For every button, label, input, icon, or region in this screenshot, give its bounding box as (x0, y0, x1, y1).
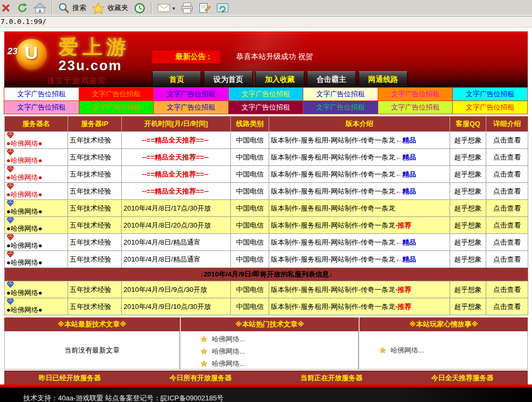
home-button[interactable] (31, 2, 49, 15)
article-link[interactable]: 哈佛网络... (379, 344, 424, 356)
version-cell: 版本制作-服务租用-网站制作-传奇一条龙 (269, 200, 450, 217)
browser-toolbar: 搜索 收藏夹 ▾ (0, 0, 532, 16)
server-ip-cell: 五年技术经验 (68, 166, 122, 183)
server-name-cell[interactable]: ●哈佛网络● (5, 217, 68, 234)
detail-link[interactable]: 点击查看 (486, 234, 528, 251)
server-name-cell[interactable]: ●哈佛网络● (5, 149, 68, 166)
server-ip-cell: 五年技术经验 (68, 217, 122, 234)
server-row: ●哈佛网络●五年技术经验2010年/4月/8日/精品通宵中国电信版本制作-服务租… (5, 234, 528, 251)
ad-slot[interactable]: 文字广告位招租 (378, 87, 453, 101)
stop-button[interactable] (0, 2, 14, 14)
server-name-cell[interactable]: ●哈佛网络● (5, 166, 68, 183)
server-name-cell[interactable]: ●哈佛网络● (5, 281, 68, 298)
detail-link[interactable]: 点击查看 (486, 200, 528, 217)
detail-link[interactable]: 点击查看 (486, 251, 528, 268)
section-body-hot: 哈佛网络...哈佛网络...哈佛网络... (180, 331, 359, 370)
service-qq-cell: 超乎想象 (450, 234, 486, 251)
edit-button[interactable] (196, 1, 214, 15)
server-row: ●哈佛网络●五年技术经验2010年/4月/8日/20点/30开放中国电信版本制作… (5, 217, 528, 234)
favorites-button[interactable]: 收藏夹 (89, 1, 131, 15)
address-bar[interactable]: 7.0.0.1:99/ (0, 16, 532, 28)
server-name-cell[interactable]: ●哈佛网络● (5, 234, 68, 251)
favorites-label: 收藏夹 (107, 3, 128, 13)
ad-slot[interactable]: 文字广告位招租 (228, 87, 304, 101)
line-type-cell: 中国电信 (231, 183, 269, 200)
line-type-cell: 中国电信 (231, 132, 269, 149)
favorites-icon (92, 2, 105, 14)
history-button[interactable] (131, 1, 148, 15)
ad-slot[interactable]: 文字广告位招租 (228, 100, 304, 114)
server-name-cell[interactable]: ●哈佛网络● (5, 183, 68, 200)
bottom-nav-item[interactable]: 今日全天推荐服务器 (397, 371, 528, 384)
bottom-nav-item[interactable]: 昨日已经开放服务器 (4, 371, 135, 384)
section-title-hot: ※本站热门技术文章※ (180, 317, 359, 331)
ad-slot[interactable]: 文字广告位招租 (4, 87, 79, 101)
detail-link[interactable]: 点击查看 (486, 217, 528, 234)
detail-link[interactable]: 点击查看 (486, 132, 528, 149)
ad-slot[interactable]: 文字广告位招租 (79, 100, 154, 114)
section-title-latest: ※本站最新技术文章※ (4, 317, 180, 331)
announcement-text: 恭喜本站升级成功 祝贺 (236, 52, 313, 62)
article-list-hot: 哈佛网络...哈佛网络...哈佛网络... (180, 331, 358, 370)
ad-slot[interactable]: 文字广告位招租 (303, 87, 378, 101)
detail-link[interactable]: 点击查看 (486, 183, 528, 200)
ad-slot[interactable]: 文字广告位招租 (4, 100, 79, 114)
gem-icon (6, 183, 14, 190)
detail-link[interactable]: 点击查看 (486, 281, 528, 298)
star-bullet-icon (379, 347, 386, 354)
server-ip-cell: 五年技术经验 (68, 251, 122, 268)
server-table: 服务器名服务器IP开机时间[月/日/时间]线路类别版本介绍客服QQ详细介绍 ●哈… (4, 116, 528, 315)
column-header: 详细介绍 (486, 116, 528, 132)
ad-slot[interactable]: 文字广告位招租 (452, 100, 528, 114)
version-cell: 版本制作-服务租用-网站制作-传奇一条龙-推荐 (269, 217, 450, 234)
nav-button-网通线路[interactable]: 网通线路 (359, 71, 408, 87)
bottom-nav: 昨日已经开放服务器今日所有开放服务器当前正在开放服务器今日全天推荐服务器 (4, 371, 528, 384)
nav-button-合击霸主[interactable]: 合击霸主 (307, 71, 356, 87)
detail-link[interactable]: 点击查看 (486, 166, 528, 183)
version-cell: 版本制作-服务租用-网站制作-传奇一条龙-推荐 (269, 298, 450, 315)
nav-button-加入收藏[interactable]: 加入收藏 (255, 71, 304, 87)
refresh-button[interactable] (14, 1, 31, 15)
gem-icon (6, 251, 14, 258)
star-bullet-icon (201, 336, 207, 342)
messenger-button[interactable] (214, 2, 232, 15)
version-cell: 版本制作-服务租用-网站制作-传奇一条龙←精品 (269, 183, 450, 200)
server-row: ●哈佛网络●五年技术经验2010年/4月/9日/10点/30开放中国电信版本制作… (5, 298, 528, 315)
site-footer: 技术支持：40aa-游戏联盟 站点备案登记号：皖ICP备09002185号 打击… (0, 388, 532, 402)
ad-slot[interactable]: 文字广告位招租 (153, 87, 229, 101)
section-body-latest: 当前没有最新文章 (4, 331, 180, 370)
column-header: 服务器名 (5, 116, 68, 132)
nav-button-设为首页[interactable]: 设为首页 (204, 71, 253, 87)
detail-link[interactable]: 点击查看 (486, 149, 528, 166)
gem-icon (6, 166, 14, 173)
upcoming-banner-row: ↓2010年/4月/9日/即将开放的私服列表信息↓ (5, 268, 528, 281)
server-name-cell[interactable]: ●哈佛网络● (5, 200, 68, 217)
site-logo[interactable]: 23 U 爱上游 23u.com (16, 37, 130, 73)
article-link[interactable]: 哈佛网络... (201, 357, 358, 370)
site-domain: 23u.com (59, 58, 130, 73)
mail-button[interactable]: ▾ (155, 2, 178, 14)
service-qq-cell: 超乎想象 (450, 166, 486, 183)
bottom-nav-item[interactable]: 今日所有开放服务器 (135, 371, 266, 384)
ad-slot[interactable]: 文字广告位招租 (79, 87, 154, 101)
server-row: ●哈佛网络●五年技术经验2010年/4月/9日/9点/30开放中国电信版本制作-… (5, 281, 528, 298)
bottom-nav-item[interactable]: 当前正在开放服务器 (266, 371, 397, 384)
server-name-cell[interactable]: ●哈佛网络● (5, 298, 68, 315)
article-link[interactable]: 哈佛网络... (201, 333, 358, 345)
section-title-stories: ※本站玩家心情故事※ (359, 317, 528, 331)
version-cell: 版本制作-服务租用-网站制作-传奇一条龙-推荐 (269, 281, 450, 298)
search-button[interactable]: 搜索 (55, 1, 89, 15)
ad-slot[interactable]: 文字广告位招租 (378, 100, 453, 114)
server-ip-cell: 五年技术经验 (68, 183, 122, 200)
nav-button-首页[interactable]: 首页 (152, 71, 201, 87)
article-link[interactable]: 哈佛网络... (201, 345, 358, 357)
detail-link[interactable]: 点击查看 (486, 298, 528, 315)
ad-slot[interactable]: 文字广告位招租 (153, 100, 229, 114)
server-name-cell[interactable]: ●哈佛网络● (5, 251, 68, 268)
server-name-cell[interactable]: ●哈佛网络● (5, 132, 68, 149)
ad-slot[interactable]: 文字广告位招租 (303, 100, 378, 114)
column-header: 客服QQ (450, 116, 486, 132)
section-body-stories: 哈佛网络... (359, 331, 528, 370)
print-button[interactable] (178, 1, 196, 15)
ad-slot[interactable]: 文字广告位招租 (452, 87, 528, 101)
